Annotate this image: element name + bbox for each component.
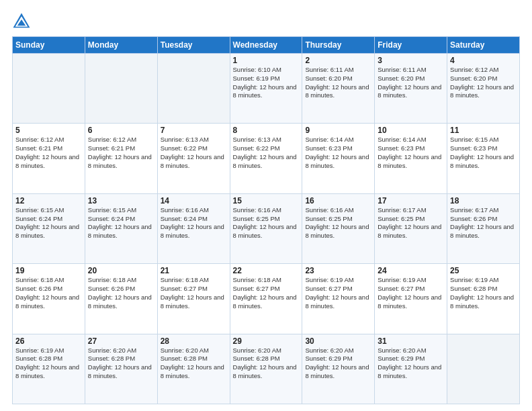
day-info: Sunrise: 6:18 AM Sunset: 6:26 PM Dayligh… <box>88 276 154 310</box>
day-cell: 26Sunrise: 6:19 AM Sunset: 6:28 PM Dayli… <box>13 334 85 404</box>
day-number: 25 <box>450 266 517 275</box>
day-info: Sunrise: 6:15 AM Sunset: 6:24 PM Dayligh… <box>88 206 154 240</box>
day-info: Sunrise: 6:12 AM Sunset: 6:21 PM Dayligh… <box>15 136 82 170</box>
day-info: Sunrise: 6:10 AM Sunset: 6:19 PM Dayligh… <box>233 66 300 100</box>
day-number: 13 <box>88 196 154 205</box>
day-info: Sunrise: 6:18 AM Sunset: 6:27 PM Dayligh… <box>233 276 300 310</box>
day-cell: 13Sunrise: 6:15 AM Sunset: 6:24 PM Dayli… <box>85 193 157 263</box>
day-cell: 11Sunrise: 6:15 AM Sunset: 6:23 PM Dayli… <box>447 124 520 193</box>
day-info: Sunrise: 6:19 AM Sunset: 6:27 PM Dayligh… <box>305 276 371 310</box>
weekday-header-tuesday: Tuesday <box>157 37 230 54</box>
day-cell: 20Sunrise: 6:18 AM Sunset: 6:26 PM Dayli… <box>85 264 157 334</box>
day-number: 28 <box>161 336 227 346</box>
day-number: 22 <box>233 266 300 275</box>
day-number: 20 <box>88 266 154 275</box>
day-number: 3 <box>378 56 444 65</box>
day-cell: 30Sunrise: 6:20 AM Sunset: 6:29 PM Dayli… <box>302 334 375 404</box>
weekday-header-wednesday: Wednesday <box>230 37 302 54</box>
day-number: 2 <box>305 56 371 65</box>
day-info: Sunrise: 6:20 AM Sunset: 6:28 PM Dayligh… <box>88 347 154 381</box>
day-cell: 15Sunrise: 6:16 AM Sunset: 6:25 PM Dayli… <box>230 193 302 263</box>
day-info: Sunrise: 6:19 AM Sunset: 6:28 PM Dayligh… <box>450 276 517 310</box>
day-cell <box>157 54 230 124</box>
day-info: Sunrise: 6:20 AM Sunset: 6:29 PM Dayligh… <box>305 347 371 381</box>
day-cell: 22Sunrise: 6:18 AM Sunset: 6:27 PM Dayli… <box>230 264 302 334</box>
day-info: Sunrise: 6:15 AM Sunset: 6:24 PM Dayligh… <box>15 206 82 240</box>
logo-icon <box>12 12 31 31</box>
day-cell: 19Sunrise: 6:18 AM Sunset: 6:26 PM Dayli… <box>13 264 85 334</box>
day-cell: 7Sunrise: 6:13 AM Sunset: 6:22 PM Daylig… <box>157 124 230 193</box>
day-cell: 25Sunrise: 6:19 AM Sunset: 6:28 PM Dayli… <box>447 264 520 334</box>
day-info: Sunrise: 6:15 AM Sunset: 6:23 PM Dayligh… <box>450 136 517 170</box>
day-cell: 29Sunrise: 6:20 AM Sunset: 6:28 PM Dayli… <box>230 334 302 404</box>
day-info: Sunrise: 6:20 AM Sunset: 6:29 PM Dayligh… <box>378 347 444 381</box>
day-info: Sunrise: 6:16 AM Sunset: 6:24 PM Dayligh… <box>161 206 227 240</box>
week-row-5: 26Sunrise: 6:19 AM Sunset: 6:28 PM Dayli… <box>13 334 520 404</box>
day-cell: 18Sunrise: 6:17 AM Sunset: 6:26 PM Dayli… <box>447 193 520 263</box>
day-info: Sunrise: 6:19 AM Sunset: 6:28 PM Dayligh… <box>15 347 82 381</box>
day-number: 12 <box>15 196 82 205</box>
day-number: 17 <box>378 196 444 205</box>
day-number: 19 <box>15 266 82 275</box>
weekday-header-monday: Monday <box>85 37 157 54</box>
day-cell: 12Sunrise: 6:15 AM Sunset: 6:24 PM Dayli… <box>13 193 85 263</box>
day-number: 9 <box>305 126 371 135</box>
day-number: 27 <box>88 336 154 346</box>
weekday-header-thursday: Thursday <box>302 37 375 54</box>
day-number: 7 <box>161 126 227 135</box>
day-cell: 3Sunrise: 6:11 AM Sunset: 6:20 PM Daylig… <box>375 54 447 124</box>
day-cell: 27Sunrise: 6:20 AM Sunset: 6:28 PM Dayli… <box>85 334 157 404</box>
day-info: Sunrise: 6:19 AM Sunset: 6:27 PM Dayligh… <box>378 276 444 310</box>
day-cell: 1Sunrise: 6:10 AM Sunset: 6:19 PM Daylig… <box>230 54 302 124</box>
day-cell: 21Sunrise: 6:18 AM Sunset: 6:27 PM Dayli… <box>157 264 230 334</box>
calendar-table: SundayMondayTuesdayWednesdayThursdayFrid… <box>12 36 520 404</box>
day-info: Sunrise: 6:12 AM Sunset: 6:21 PM Dayligh… <box>88 136 154 170</box>
logo <box>12 12 34 31</box>
week-row-3: 12Sunrise: 6:15 AM Sunset: 6:24 PM Dayli… <box>13 193 520 263</box>
day-info: Sunrise: 6:17 AM Sunset: 6:26 PM Dayligh… <box>450 206 517 240</box>
day-info: Sunrise: 6:16 AM Sunset: 6:25 PM Dayligh… <box>233 206 300 240</box>
day-number: 11 <box>450 126 517 135</box>
day-number: 29 <box>233 336 300 346</box>
day-number: 10 <box>378 126 444 135</box>
day-info: Sunrise: 6:11 AM Sunset: 6:20 PM Dayligh… <box>378 66 444 100</box>
week-row-1: 1Sunrise: 6:10 AM Sunset: 6:19 PM Daylig… <box>13 54 520 124</box>
day-number: 18 <box>450 196 517 205</box>
day-number: 24 <box>378 266 444 275</box>
day-info: Sunrise: 6:13 AM Sunset: 6:22 PM Dayligh… <box>161 136 227 170</box>
week-row-4: 19Sunrise: 6:18 AM Sunset: 6:26 PM Dayli… <box>13 264 520 334</box>
day-cell: 10Sunrise: 6:14 AM Sunset: 6:23 PM Dayli… <box>375 124 447 193</box>
day-number: 8 <box>233 126 300 135</box>
day-cell: 31Sunrise: 6:20 AM Sunset: 6:29 PM Dayli… <box>375 334 447 404</box>
header <box>12 12 520 31</box>
week-row-2: 5Sunrise: 6:12 AM Sunset: 6:21 PM Daylig… <box>13 124 520 193</box>
day-info: Sunrise: 6:16 AM Sunset: 6:25 PM Dayligh… <box>305 206 371 240</box>
weekday-header-saturday: Saturday <box>447 37 520 54</box>
day-cell <box>85 54 157 124</box>
day-cell: 8Sunrise: 6:13 AM Sunset: 6:22 PM Daylig… <box>230 124 302 193</box>
day-info: Sunrise: 6:13 AM Sunset: 6:22 PM Dayligh… <box>233 136 300 170</box>
weekday-header-sunday: Sunday <box>13 37 85 54</box>
day-number: 15 <box>233 196 300 205</box>
day-number: 23 <box>305 266 371 275</box>
day-info: Sunrise: 6:18 AM Sunset: 6:26 PM Dayligh… <box>15 276 82 310</box>
day-info: Sunrise: 6:20 AM Sunset: 6:28 PM Dayligh… <box>161 347 227 381</box>
day-cell: 28Sunrise: 6:20 AM Sunset: 6:28 PM Dayli… <box>157 334 230 404</box>
day-cell: 14Sunrise: 6:16 AM Sunset: 6:24 PM Dayli… <box>157 193 230 263</box>
day-number: 26 <box>15 336 82 346</box>
weekday-header-friday: Friday <box>375 37 447 54</box>
day-info: Sunrise: 6:12 AM Sunset: 6:20 PM Dayligh… <box>450 66 517 100</box>
day-info: Sunrise: 6:11 AM Sunset: 6:20 PM Dayligh… <box>305 66 371 100</box>
day-cell: 16Sunrise: 6:16 AM Sunset: 6:25 PM Dayli… <box>302 193 375 263</box>
day-info: Sunrise: 6:14 AM Sunset: 6:23 PM Dayligh… <box>305 136 371 170</box>
day-cell: 9Sunrise: 6:14 AM Sunset: 6:23 PM Daylig… <box>302 124 375 193</box>
day-cell <box>447 334 520 404</box>
day-cell: 2Sunrise: 6:11 AM Sunset: 6:20 PM Daylig… <box>302 54 375 124</box>
day-info: Sunrise: 6:14 AM Sunset: 6:23 PM Dayligh… <box>378 136 444 170</box>
day-info: Sunrise: 6:17 AM Sunset: 6:25 PM Dayligh… <box>378 206 444 240</box>
day-number: 4 <box>450 56 517 65</box>
day-number: 31 <box>378 336 444 346</box>
day-number: 6 <box>88 126 154 135</box>
day-number: 30 <box>305 336 371 346</box>
weekday-header-row: SundayMondayTuesdayWednesdayThursdayFrid… <box>13 37 520 54</box>
